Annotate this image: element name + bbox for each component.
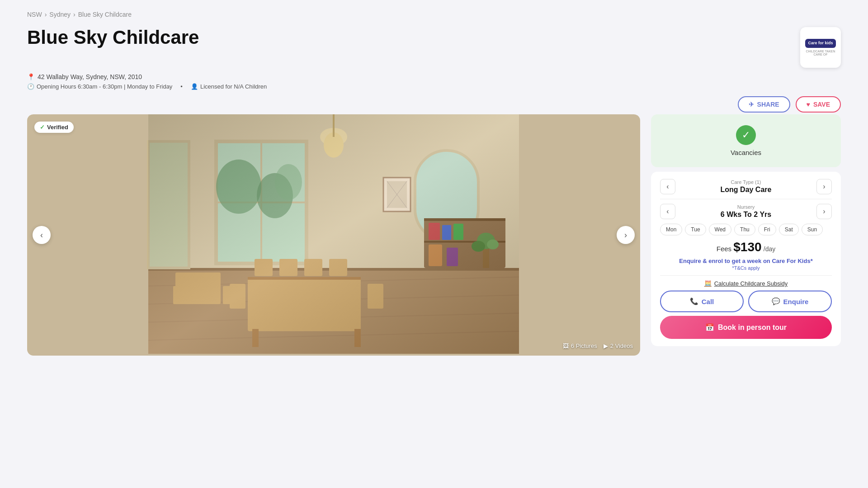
cta-row: 📞 Call 💬 Enquire [660,291,832,312]
care-type-card: ‹ Care Type (1) Long Day Care › ‹ Nurser… [651,172,841,346]
nursery-center: Nursery 6 Wks To 2 Yrs [675,204,816,219]
image-area: ✓ Verified ‹ › 🖼 6 Pictures ▶ 2 Videos [27,114,640,356]
day-sat[interactable]: Sat [779,224,799,235]
message-icon: 💬 [772,297,780,305]
care-next-button[interactable]: › [816,179,832,194]
call-button[interactable]: 📞 Call [660,291,744,312]
fees-per: /day [764,245,775,253]
clock-icon: 🕐 [27,83,34,90]
care-type-value: Long Day Care [675,186,816,194]
nursery-prev-button[interactable]: ‹ [660,204,675,219]
svg-rect-50 [148,114,519,354]
breadcrumb-sep1: › [45,11,47,18]
logo-sub-text: CHILDCARE TAKEN CARE OF [804,50,837,56]
divider-1 [660,199,832,199]
share-icon: ✈ [749,101,754,108]
share-button[interactable]: ✈ SHARE [738,96,790,113]
save-button[interactable]: ♥ SAVE [796,96,841,113]
breadcrumb-current: Blue Sky Childcare [78,11,132,18]
media-count: 🖼 6 Pictures ▶ 2 Videos [563,343,633,349]
day-thu[interactable]: Thu [734,224,755,235]
breadcrumb-sydney[interactable]: Sydney [49,11,71,18]
vacancy-check-icon: ✓ [736,125,756,145]
main-content: ✓ Verified ‹ › 🖼 6 Pictures ▶ 2 Videos ✓… [27,114,841,356]
page-title: Blue Sky Childcare [27,27,199,48]
day-pills-container: Mon Tue Wed Thu Fri Sat Sun [660,224,832,235]
nursery-label: Nursery [675,204,816,210]
pictures-count: 🖼 6 Pictures [563,343,597,349]
heart-icon: ♥ [807,101,810,108]
dot-separator: • [180,83,183,90]
address-row: 📍 42 Wallaby Way, Sydney, NSW, 2010 [27,73,841,80]
care-type-row: ‹ Care Type (1) Long Day Care › [660,179,832,194]
verified-badge: ✓ Verified [34,122,74,133]
provider-logo: Care for kids CHILDCARE TAKEN CARE OF [800,27,841,68]
nursery-next-button[interactable]: › [816,204,832,219]
promo-text: Enquire & enrol to get a week on Care Fo… [660,257,832,265]
day-sun[interactable]: Sun [802,224,823,235]
enquire-button[interactable]: 💬 Enquire [748,291,832,312]
licensed-info: 👤 Licensed for N/A Children [191,83,267,90]
phone-icon: 📞 [690,297,698,305]
care-type-label: Care Type (1) [675,179,816,185]
fees-row: Fees $130 /day [660,240,832,254]
people-icon: 👤 [191,83,198,90]
videos-count: ▶ 2 Videos [604,343,633,349]
breadcrumb-nsw[interactable]: NSW [27,11,42,18]
day-wed[interactable]: Wed [709,224,731,235]
day-fri[interactable]: Fri [758,224,776,235]
next-image-button[interactable]: › [617,226,635,244]
fees-label: Fees [717,245,731,253]
book-tour-button[interactable]: 📅 Book in person tour [660,316,832,339]
verified-icon: ✓ [40,124,45,131]
nursery-value: 6 Wks To 2 Yrs [675,211,816,219]
top-actions: ✈ SHARE ♥ SAVE [27,96,841,113]
logo-badge-text: Care for kids [805,39,835,48]
header-row: Blue Sky Childcare Care for kids CHILDCA… [27,27,841,68]
camera-icon: 🖼 [563,343,569,349]
video-icon: ▶ [604,343,608,349]
day-mon[interactable]: Mon [660,224,682,235]
calculate-subsidy-link[interactable]: 🧮 Calculate Childcare Subsidy [660,280,832,287]
side-panel: ✓ Vacancies ‹ Care Type (1) Long Day Car… [651,114,841,346]
vacancies-label: Vacancies [731,149,761,156]
care-type-center: Care Type (1) Long Day Care [675,179,816,194]
info-row: 🕐 Opening Hours 6:30am - 6:30pm | Monday… [27,83,841,90]
calculator-icon: 🧮 [704,280,712,287]
prev-image-button[interactable]: ‹ [33,226,51,244]
promo-tc: *T&Cs apply [660,265,832,271]
divider-2 [660,275,832,276]
care-prev-button[interactable]: ‹ [660,179,675,194]
breadcrumb: NSW › Sydney › Blue Sky Childcare [27,11,841,18]
verified-label: Verified [47,124,68,131]
calendar-plus-icon: 📅 [705,323,714,332]
location-icon: 📍 [27,73,35,80]
vacancies-card: ✓ Vacancies [651,114,841,167]
opening-hours: 🕐 Opening Hours 6:30am - 6:30pm | Monday… [27,83,172,90]
fees-amount: $130 [733,240,761,254]
breadcrumb-sep2: › [73,11,75,18]
nursery-row: ‹ Nursery 6 Wks To 2 Yrs › [660,204,832,219]
address-text: 42 Wallaby Way, Sydney, NSW, 2010 [38,73,142,80]
day-tue[interactable]: Tue [685,224,706,235]
childcare-image [27,114,640,354]
